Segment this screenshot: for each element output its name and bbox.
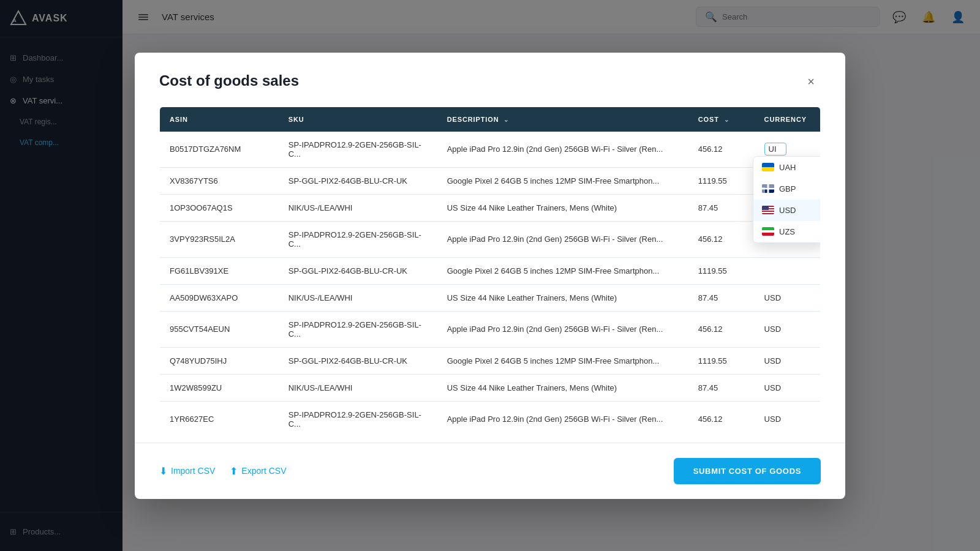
currency-option-usd[interactable]: USD	[753, 200, 821, 221]
cell-cost: 456.12	[688, 221, 755, 257]
cell-sku: SP-IPADPRO12.9-2GEN-256GB-SIL-C...	[279, 132, 437, 168]
upload-icon: ⬆	[230, 465, 238, 477]
data-table: ASIN SKU DESCRIPTION ⌄ COST ⌄	[159, 107, 821, 438]
cell-asin: Q748YUD75IHJ	[160, 347, 279, 374]
currency-code: USD	[779, 206, 796, 215]
cell-sku: SP-GGL-PIX2-64GB-BLU-CR-UK	[279, 347, 437, 374]
table-row: FG61LBV391XE SP-GGL-PIX2-64GB-BLU-CR-UK …	[160, 257, 821, 284]
cell-asin: 1OP3OO67AQ1S	[160, 194, 279, 221]
flag-uah	[762, 163, 774, 171]
cell-cost: 456.12	[688, 401, 755, 437]
cell-sku: NIK/US-/LEA/WHI	[279, 284, 437, 311]
cell-description: Apple iPad Pro 12.9in (2nd Gen) 256GB Wi…	[437, 221, 688, 257]
modal: Cost of goods sales × ASIN SKU DESCRIPTI…	[135, 53, 845, 499]
cell-currency: USD	[755, 374, 821, 401]
table-body: B0517DTGZA76NM SP-IPADPRO12.9-2GEN-256GB…	[160, 132, 821, 438]
submit-cost-button[interactable]: SUBMIT COST OF GOODS	[674, 458, 821, 484]
cell-cost: 1119.55	[688, 347, 755, 374]
cell-cost: 87.45	[688, 194, 755, 221]
cell-asin: AA509DW63XAPO	[160, 284, 279, 311]
cell-asin: FG61LBV391XE	[160, 257, 279, 284]
cell-sku: SP-IPADPRO12.9-2GEN-256GB-SIL-C...	[279, 221, 437, 257]
cell-description: Google Pixel 2 64GB 5 inches 12MP SIM-Fr…	[437, 167, 688, 194]
col-header-sku: SKU	[279, 107, 437, 132]
cell-cost: 1119.55	[688, 257, 755, 284]
currency-code: UAH	[779, 163, 796, 172]
cell-currency: USD	[755, 311, 821, 347]
table-header: ASIN SKU DESCRIPTION ⌄ COST ⌄	[160, 107, 821, 132]
footer-left: ⬇ Import CSV ⬆ Export CSV	[159, 465, 287, 477]
table-row: AA509DW63XAPO NIK/US-/LEA/WHI US Size 44…	[160, 284, 821, 311]
download-icon: ⬇	[159, 465, 167, 477]
table-row: 3VPY923RS5IL2A SP-IPADPRO12.9-2GEN-256GB…	[160, 221, 821, 257]
modal-body: ASIN SKU DESCRIPTION ⌄ COST ⌄	[135, 107, 845, 438]
cell-sku: SP-IPADPRO12.9-2GEN-256GB-SIL-C...	[279, 311, 437, 347]
cell-cost: 456.12	[688, 132, 755, 168]
cell-currency: USD	[755, 347, 821, 374]
table-row: 1YR6627EC SP-IPADPRO12.9-2GEN-256GB-SIL-…	[160, 401, 821, 437]
col-header-description[interactable]: DESCRIPTION ⌄	[437, 107, 688, 132]
currency-option-gbp[interactable]: GBP	[753, 178, 821, 200]
cell-sku: NIK/US-/LEA/WHI	[279, 374, 437, 401]
modal-header: Cost of goods sales ×	[135, 53, 845, 107]
currency-input[interactable]	[764, 143, 786, 156]
close-button[interactable]: ×	[801, 72, 821, 92]
cell-cost: 1119.55	[688, 167, 755, 194]
cell-description: Google Pixel 2 64GB 5 inches 12MP SIM-Fr…	[437, 257, 688, 284]
modal-title: Cost of goods sales	[159, 72, 299, 89]
modal-overlay: Cost of goods sales × ASIN SKU DESCRIPTI…	[0, 0, 980, 551]
table-row: 955CVT54AEUN SP-IPADPRO12.9-2GEN-256GB-S…	[160, 311, 821, 347]
sort-icon: ⌄	[724, 116, 729, 123]
currency-dropdown: UAH GBP	[753, 156, 821, 243]
cell-description: Apple iPad Pro 12.9in (2nd Gen) 256GB Wi…	[437, 401, 688, 437]
table-row: 1W2W8599ZU NIK/US-/LEA/WHI US Size 44 Ni…	[160, 374, 821, 401]
cell-asin: 3VPY923RS5IL2A	[160, 221, 279, 257]
col-header-cost[interactable]: COST ⌄	[688, 107, 755, 132]
cell-cost: 456.12	[688, 311, 755, 347]
cell-asin: 955CVT54AEUN	[160, 311, 279, 347]
cell-cost: 87.45	[688, 374, 755, 401]
cell-description: Apple iPad Pro 12.9in (2nd Gen) 256GB Wi…	[437, 132, 688, 168]
cell-description: Apple iPad Pro 12.9in (2nd Gen) 256GB Wi…	[437, 311, 688, 347]
table-row: B0517DTGZA76NM SP-IPADPRO12.9-2GEN-256GB…	[160, 132, 821, 168]
currency-option-uah[interactable]: UAH	[753, 157, 821, 178]
cell-asin: 1W2W8599ZU	[160, 374, 279, 401]
table-row: XV8367YTS6 SP-GGL-PIX2-64GB-BLU-CR-UK Go…	[160, 167, 821, 194]
flag-usd	[762, 206, 774, 214]
export-csv-button[interactable]: ⬆ Export CSV	[230, 465, 286, 477]
cell-sku: NIK/US-/LEA/WHI	[279, 194, 437, 221]
import-csv-button[interactable]: ⬇ Import CSV	[159, 465, 215, 477]
col-header-asin: ASIN	[160, 107, 279, 132]
cell-currency: USD	[755, 401, 821, 437]
cell-description: US Size 44 Nike Leather Trainers, Mens (…	[437, 374, 688, 401]
currency-code: GBP	[779, 184, 796, 193]
flag-gbp	[762, 184, 774, 193]
sort-icon: ⌄	[503, 116, 509, 123]
cell-description: US Size 44 Nike Leather Trainers, Mens (…	[437, 194, 688, 221]
flag-uzs	[762, 227, 774, 236]
table-row: Q748YUD75IHJ SP-GGL-PIX2-64GB-BLU-CR-UK …	[160, 347, 821, 374]
cell-asin: XV8367YTS6	[160, 167, 279, 194]
col-header-currency: CURRENCY	[755, 107, 821, 132]
table-row: 1OP3OO67AQ1S NIK/US-/LEA/WHI US Size 44 …	[160, 194, 821, 221]
cell-sku: SP-GGL-PIX2-64GB-BLU-CR-UK	[279, 257, 437, 284]
cell-currency: USD	[755, 284, 821, 311]
currency-option-uzs[interactable]: UZS	[753, 221, 821, 242]
cell-description: Google Pixel 2 64GB 5 inches 12MP SIM-Fr…	[437, 347, 688, 374]
cell-sku: SP-IPADPRO12.9-2GEN-256GB-SIL-C...	[279, 401, 437, 437]
cell-currency[interactable]: UAH GBP	[755, 132, 821, 168]
modal-footer: ⬇ Import CSV ⬆ Export CSV SUBMIT COST OF…	[135, 443, 845, 499]
cell-asin: B0517DTGZA76NM	[160, 132, 279, 168]
cell-currency	[755, 257, 821, 284]
table-header-row: ASIN SKU DESCRIPTION ⌄ COST ⌄	[160, 107, 821, 132]
cell-asin: 1YR6627EC	[160, 401, 279, 437]
cell-cost: 87.45	[688, 284, 755, 311]
cell-sku: SP-GGL-PIX2-64GB-BLU-CR-UK	[279, 167, 437, 194]
cell-description: US Size 44 Nike Leather Trainers, Mens (…	[437, 284, 688, 311]
currency-code: UZS	[779, 227, 795, 236]
